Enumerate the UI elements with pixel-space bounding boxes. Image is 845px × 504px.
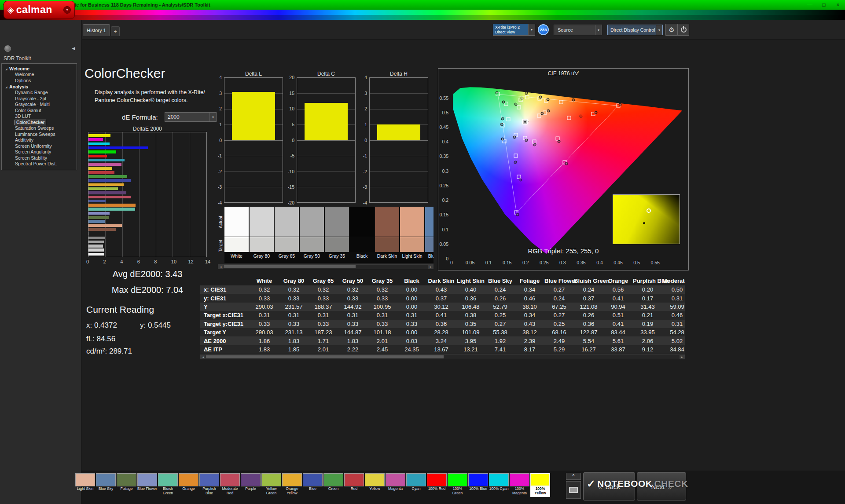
patch-label: Gray 65 [275,252,299,260]
swatch-color [220,473,240,486]
table-row-e-2000: ΔE 20001.861.831.711.832.010.033.243.951… [200,336,685,345]
patch-strip-scrollbar[interactable]: ◂ ▸ [218,264,434,269]
table-cell: 0.36 [456,295,485,302]
footer-swatch-orange-yellow[interactable]: Orange Yellow [282,473,302,499]
footer-swatch-green[interactable]: Green [323,473,343,499]
scroll-right-icon[interactable]: ▸ [680,355,684,359]
footer-swatch-cyan[interactable]: Cyan [406,473,426,499]
meter-count-badge[interactable]: 233 [538,24,549,35]
tree-item-screen-stability[interactable]: Screen Stability [2,155,77,161]
axis-tick-label: 2 [103,259,106,264]
scroll-left-icon[interactable]: ◂ [201,355,206,359]
table-cell: 0.33 [338,321,367,327]
cie-target-marker [567,116,571,120]
footer-swatch-bluish-green[interactable]: Bluish Green [158,473,178,499]
de-formula-select[interactable]: 2000 ▾ [165,112,217,122]
footer-swatch-purple[interactable]: Purple [241,473,261,499]
patch-column-black: Black [350,207,374,263]
table-cell: 0.32 [367,286,397,293]
footer-swatch-100-red[interactable]: 100% Red [427,473,447,499]
calman-logo[interactable]: ◈ calman ▾ [4,1,75,19]
footer-swatch-yellow[interactable]: Yellow [365,473,385,499]
tree-item-spectral-power-dist[interactable]: Spectral Power Dist. [2,161,77,167]
actual-swatch [400,207,424,237]
scrollbar-thumb[interactable] [224,265,356,268]
patch-label: Light Skin [400,252,424,260]
swatch-color [241,473,261,486]
table-cell: 0.00 [397,329,426,336]
table-cell: 0.37 [574,295,603,302]
footer-swatch-blue-flower[interactable]: Blue Flower [137,473,157,499]
target-row-label: Target [218,238,224,254]
footer-swatch-moderate-red[interactable]: Moderate Red [220,473,240,499]
tab-history-1[interactable]: History 1 [83,24,110,36]
expand-swatches-button[interactable]: ^ [566,473,581,480]
tree-item-screen-uniformity[interactable]: Screen Uniformity [2,143,77,150]
scroll-right-icon[interactable]: ▸ [428,265,433,269]
tree-item-dynamic-range[interactable]: Dynamic Range [2,90,77,96]
footer-swatch-100-cyan[interactable]: 100% Cyan [489,473,509,499]
footer-swatch-magenta[interactable]: Magenta [386,473,405,499]
rgb-triplet-label: RGB Triplet: 255, 255, 0 [438,247,689,255]
footer-swatch-100-yellow[interactable]: 100% Yellow [530,473,550,499]
axis-tick-label: 15 [284,91,294,96]
footer-swatch-light-skin[interactable]: Light Skin [75,473,95,499]
axis-tick-label: 0.45 [613,260,624,265]
tree-item-options[interactable]: Options [2,78,77,84]
tree-item-saturation-sweeps[interactable]: Saturation Sweeps [2,125,77,131]
footer-swatch-yellow-green[interactable]: Yellow Green [261,473,281,499]
close-button[interactable]: × [831,0,845,10]
axis-tick-label: 0.35 [437,153,448,159]
axis-tick-label: -10 [284,169,294,174]
tree-item-additivity[interactable]: Additivity [2,137,77,143]
maximize-button[interactable]: □ [817,0,831,10]
display-window-button[interactable] [566,481,581,499]
settings-button[interactable]: ⚙ [665,24,678,36]
tree-item-welcome[interactable]: Welcome [2,72,77,78]
power-button[interactable] [678,24,689,36]
tree-section-analysis[interactable]: ◢Analysis [2,84,77,90]
table-cell: 0.31 [662,295,685,302]
tree-item-grayscale-2pt[interactable]: Grayscale - 2pt [2,96,77,102]
footer-swatch-foliage[interactable]: Foliage [117,473,136,499]
footer-swatch-red[interactable]: Red [344,473,364,499]
sidebar-orb-icon[interactable] [4,45,11,52]
table-cell: 231.57 [279,303,309,310]
axis-tick-label: -15 [284,184,294,190]
footer-swatch-100-blue[interactable]: 100% Blue [468,473,488,499]
tree-item-3d-lut[interactable]: 3D LUT [2,113,77,120]
footer-swatch-100-magenta[interactable]: 100% Magenta [510,473,529,499]
table-cell: 0.43 [515,321,544,327]
scroll-left-icon[interactable]: ◂ [218,265,223,269]
delta-l-chart [224,77,283,203]
tree-item-screen-angularity[interactable]: Screen Angularity [2,149,77,155]
logo-menu-button[interactable]: ▾ [63,6,71,14]
display-control-dropdown[interactable]: Direct Display Control ▾ [607,25,663,35]
chevron-down-icon: ▾ [656,25,662,35]
add-tab-button[interactable]: + [111,26,120,36]
footer-swatch-orange[interactable]: Orange [179,473,198,499]
table-scrollbar[interactable]: ◂ ▸ [200,354,685,359]
footer-swatch-blue[interactable]: Blue [303,473,323,499]
table-row-label: Target Y [200,329,250,336]
cie-measured-marker [513,136,516,139]
footer-swatch-purplish-blue[interactable]: Purplish Blue [199,473,219,499]
target-swatch [325,237,349,252]
gridline [139,132,140,257]
source-dropdown[interactable]: Source ▾ [554,25,602,35]
tree-item-colorchecker[interactable]: ColorChecker [2,120,77,126]
swatch-label: Green [323,486,343,497]
scrollbar-thumb[interactable] [206,355,444,358]
sidebar-collapse-button[interactable]: ◄ [70,44,77,52]
table-cell: 1.71 [309,338,338,344]
tree-item-color-gamut[interactable]: Color Gamut [2,108,77,114]
swatch-label: 100% Cyan [489,486,509,497]
footer-swatch-100-green[interactable]: 100% Green [448,473,467,499]
minimize-button[interactable]: — [803,0,817,10]
tree-item-grayscale-multi[interactable]: Grayscale - Multi [2,102,77,108]
meter-dropdown[interactable]: X-Rite i1Pro 2 Direct View ▾ [493,24,535,36]
patch-label: Blue Sky [425,252,434,260]
footer-swatch-blue-sky[interactable]: Blue Sky [96,473,116,499]
tree-section-welcome[interactable]: ◢Welcome [2,66,77,72]
tree-item-luminance-sweeps[interactable]: Luminance Sweeps [2,131,77,138]
